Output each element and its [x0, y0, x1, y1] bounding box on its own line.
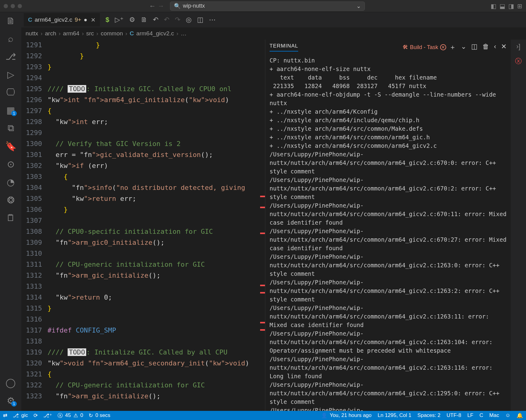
- tab-filename: arm64_gicv2.c: [35, 16, 72, 23]
- extensions-icon[interactable]: ▦1: [5, 105, 16, 116]
- command-center[interactable]: 🔍 wip-nuttx ⌄: [170, 2, 365, 11]
- feedback-icon[interactable]: ☺: [505, 412, 510, 419]
- breadcrumb-seg[interactable]: …: [181, 30, 186, 37]
- more-actions-icon[interactable]: ⋯: [209, 16, 216, 24]
- breadcrumb-seg[interactable]: arch: [45, 30, 56, 37]
- layout-bottom-icon[interactable]: ⬓: [500, 2, 505, 10]
- breadcrumb-seg[interactable]: nuttx: [26, 30, 38, 37]
- git-blame[interactable]: 👤You, 21 hours ago: [321, 412, 372, 419]
- zoom-window-icon[interactable]: [18, 4, 22, 8]
- overview-ruler[interactable]: [259, 40, 265, 411]
- editor-tabs: C arm64_gicv2.c 9+ ● ✕ $ ▷⁺ ⚙ 🗎 ↶ ↶ ↷ ◎ …: [21, 12, 526, 27]
- eol[interactable]: LF: [467, 412, 473, 419]
- terminal-tab[interactable]: TERMINAL: [270, 43, 298, 52]
- timeline-icon[interactable]: ◔: [5, 177, 16, 187]
- next-change-icon[interactable]: ↷: [175, 16, 180, 24]
- blame-text: You, 21 hours ago: [330, 412, 372, 418]
- dollar-icon[interactable]: $: [105, 16, 109, 24]
- os-indicator[interactable]: Mac: [489, 412, 499, 419]
- bottom-panel: TERMINAL 🛠 Build - Task ✕ ＋ ⌄ ◫ 🗑 ‹ ✕: [265, 40, 511, 411]
- breadcrumb-seg[interactable]: arm64_gicv2.c: [136, 30, 174, 37]
- tab-close-icon[interactable]: ✕: [91, 16, 96, 23]
- cursor-position[interactable]: Ln 1295, Col 1: [378, 412, 411, 419]
- undo-icon[interactable]: ↶: [153, 16, 158, 24]
- breadcrumb-seg[interactable]: common: [101, 30, 123, 37]
- source-control-icon[interactable]: ⎇: [5, 51, 16, 62]
- error-lens-icon[interactable]: ⓧ: [515, 57, 522, 66]
- indentation[interactable]: Spaces: 2: [418, 412, 441, 419]
- gitlens-status[interactable]: ⎇⁺: [43, 412, 52, 419]
- explorer-icon[interactable]: 🗎: [5, 16, 16, 26]
- traffic-lights: [4, 4, 22, 8]
- code-area[interactable]: } } } //// TODO: Initialize GIC. Called …: [48, 40, 265, 411]
- secondary-sidebar: ›] ⓧ: [511, 40, 526, 411]
- gear-icon[interactable]: ⚙: [129, 16, 135, 24]
- build-timer[interactable]: ↻0 secs: [89, 412, 110, 419]
- task-stop-icon[interactable]: ✕: [440, 44, 446, 50]
- expand-icon[interactable]: ›]: [516, 43, 520, 51]
- activity-bar: 🗎 ⌕ ⎇ ▷ 🖵 ▦1 ⧉ 🔖 ⊙ ◔ ❂ 🗒 ◯ ⚙1: [0, 12, 21, 411]
- breadcrumb-seg[interactable]: src: [86, 30, 94, 37]
- problems-status[interactable]: ⓧ45 ⚠0: [58, 412, 83, 419]
- remote-explorer-icon[interactable]: 🖵: [5, 87, 16, 98]
- new-terminal-icon[interactable]: ＋: [449, 43, 456, 52]
- status-bar: ⇄ ⎇gic ⟳ ⎇⁺ ⓧ45 ⚠0 ↻0 secs 👤You, 21 hour…: [0, 411, 526, 420]
- code-editor[interactable]: 1291129212931294129512961297129812991300…: [21, 40, 265, 411]
- layout-left-icon[interactable]: ◧: [491, 2, 496, 10]
- tools-icon: 🛠: [403, 44, 408, 51]
- remote-indicator[interactable]: ⇄: [3, 412, 7, 419]
- split-terminal-icon[interactable]: ◫: [471, 43, 478, 52]
- git-branch[interactable]: ⎇gic: [13, 412, 28, 419]
- branch-icon: ⎇: [13, 412, 19, 419]
- gitlens-icon[interactable]: ❂: [5, 195, 16, 205]
- search-icon: 🔍: [174, 3, 181, 9]
- language-mode[interactable]: C: [479, 412, 483, 419]
- branch-name: gic: [21, 412, 28, 418]
- split-editor-icon[interactable]: ◫: [197, 16, 203, 24]
- accounts-icon[interactable]: ◯: [5, 377, 16, 388]
- run-action-icon[interactable]: ▷⁺: [115, 16, 124, 24]
- close-window-icon[interactable]: [4, 4, 8, 8]
- preview-icon[interactable]: 🗎: [141, 16, 147, 24]
- minimize-window-icon[interactable]: [11, 4, 15, 8]
- nav-forward-icon[interactable]: →: [158, 2, 164, 10]
- tab-modified-badge: 9+: [75, 16, 81, 23]
- settings-gear-icon[interactable]: ⚙1: [5, 395, 16, 406]
- sync-button[interactable]: ⟳: [34, 412, 38, 419]
- person-icon: 👤: [321, 412, 327, 419]
- sync-icon: ⟳: [34, 412, 38, 419]
- titlebar: ← → 🔍 wip-nuttx ⌄ ◧ ⬓ ◨ ⊞: [0, 0, 526, 12]
- warning-count: 0: [80, 412, 83, 418]
- notifications-icon[interactable]: 🔔: [517, 412, 523, 419]
- tab-dirty-dot: ●: [84, 16, 87, 23]
- references-icon[interactable]: ⧉: [5, 123, 16, 133]
- kill-terminal-icon[interactable]: 🗑: [482, 43, 489, 52]
- c-file-icon: C: [130, 30, 134, 37]
- nav-back-icon[interactable]: ←: [149, 2, 156, 10]
- terminal-dropdown-icon[interactable]: ⌄: [461, 43, 466, 52]
- terminal-output[interactable]: CP: nuttx.bin + aarch64-none-elf-size nu…: [265, 55, 511, 411]
- encoding[interactable]: UTF-8: [447, 412, 461, 419]
- prev-change-icon[interactable]: ↶: [164, 16, 169, 24]
- remote-icon: ⇄: [3, 412, 7, 419]
- run-debug-icon[interactable]: ▷: [5, 69, 16, 80]
- c-file-icon: C: [28, 16, 32, 23]
- run-circle-icon[interactable]: ⊙: [5, 159, 16, 169]
- tab-active[interactable]: C arm64_gicv2.c 9+ ● ✕: [24, 13, 100, 27]
- line-gutter: 1291129212931294129512961297129812991300…: [21, 40, 48, 411]
- search-icon[interactable]: ⌕: [5, 34, 16, 44]
- layout-right-icon[interactable]: ◨: [508, 2, 514, 10]
- target-icon[interactable]: ◎: [186, 16, 192, 24]
- command-center-label: wip-nuttx: [183, 3, 205, 9]
- terminal-task-label[interactable]: 🛠 Build - Task ✕: [403, 44, 446, 51]
- breadcrumb-seg[interactable]: arm64: [63, 30, 79, 37]
- warning-icon: ⚠: [73, 412, 78, 419]
- panel-close-icon[interactable]: ✕: [501, 43, 507, 52]
- panel-prev-icon[interactable]: ‹: [494, 43, 496, 52]
- breadcrumb[interactable]: nuttx› arch› arm64› src› common› C arm64…: [21, 27, 526, 40]
- timer-text: 0 secs: [95, 412, 110, 418]
- layout-customize-icon[interactable]: ⊞: [517, 2, 522, 10]
- settings-badge: 1: [11, 401, 17, 407]
- todo-tree-icon[interactable]: 🗒: [5, 213, 16, 223]
- bookmarks-icon[interactable]: 🔖: [5, 141, 16, 151]
